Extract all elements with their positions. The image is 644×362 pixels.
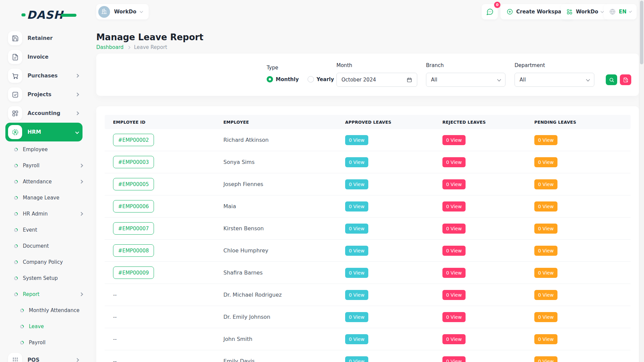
pending-leaves-badge[interactable]: 0 View	[534, 356, 557, 362]
workdo-menu-button[interactable]: WorkDo	[561, 4, 609, 19]
messages-count-badge: 0	[494, 2, 500, 8]
sidebar-item-payroll[interactable]: Payroll	[5, 335, 83, 351]
pending-leaves-badge[interactable]: 0 View	[534, 290, 557, 300]
sidebar-item-report[interactable]: Report	[5, 286, 83, 302]
employee-id-button[interactable]: #EMP00009	[113, 266, 154, 279]
rejected-leaves-badge[interactable]: 0 View	[442, 268, 466, 278]
branch-filter-group: Branch All	[426, 62, 505, 87]
sidebar-item-monthly-attendance[interactable]: Monthly Attendance	[5, 302, 83, 318]
department-select[interactable]: All	[515, 73, 594, 87]
sidebar-item-attendance[interactable]: Attendance	[5, 174, 83, 190]
department-value: All	[520, 77, 526, 83]
pending-leaves-badge[interactable]: 0 View	[534, 312, 557, 322]
breadcrumb-dashboard-link[interactable]: Dashboard	[96, 44, 123, 50]
employee-id-button[interactable]: #EMP00008	[113, 244, 154, 257]
approved-leaves-badge-cell: 0 View	[345, 157, 442, 167]
employee-id-cell: #EMP00008	[105, 244, 223, 257]
language-selector[interactable]: EN	[604, 4, 637, 19]
pending-leaves-badge[interactable]: 0 View	[534, 201, 557, 212]
bullet-icon	[14, 293, 18, 296]
pending-leaves-badge[interactable]: 0 View	[534, 224, 557, 234]
chevron-right-icon	[75, 93, 79, 96]
sidebar-item-hrm[interactable]: HRM	[5, 123, 83, 141]
sidebar-item-retainer[interactable]: Retainer	[5, 29, 83, 48]
pending-leaves-badge[interactable]: 0 View	[534, 268, 557, 278]
sidebar-item-document[interactable]: Document	[5, 238, 83, 254]
approved-leaves-badge[interactable]: 0 View	[345, 201, 368, 212]
search-button[interactable]	[606, 74, 617, 85]
approved-leaves-badge[interactable]: 0 View	[345, 268, 368, 278]
sidebar-item-manage-leave[interactable]: Manage Leave	[5, 190, 83, 206]
employee-name: John Smith	[223, 336, 345, 342]
workspace-switcher[interactable]: WorkDo	[96, 4, 149, 19]
app-window: DASH RetainerInvoicePurchasesProjectsAcc…	[0, 0, 644, 362]
employee-name: Shafira Barnes	[223, 269, 345, 276]
month-input[interactable]: October 2024	[336, 73, 417, 87]
employee-id-button[interactable]: #EMP00003	[113, 156, 154, 168]
approved-leaves-badge[interactable]: 0 View	[345, 356, 368, 362]
radio-monthly[interactable]: Monthly	[267, 76, 299, 82]
logo-bar-accent	[61, 14, 76, 17]
rejected-leaves-badge[interactable]: 0 View	[442, 201, 466, 212]
pending-leaves-badge[interactable]: 0 View	[534, 246, 557, 256]
rejected-leaves-badge[interactable]: 0 View	[442, 290, 466, 300]
approved-leaves-badge[interactable]: 0 View	[345, 312, 368, 322]
rejected-leaves-badge[interactable]: 0 View	[442, 157, 466, 167]
messages-button[interactable]: 0	[482, 4, 498, 19]
employee-name: Richard Atkinson	[223, 137, 345, 143]
rejected-leaves-badge[interactable]: 0 View	[442, 312, 466, 322]
scrollbar-thumb[interactable]	[640, 1, 643, 64]
sidebar-item-payroll[interactable]: Payroll	[5, 158, 83, 174]
pending-leaves-badge[interactable]: 0 View	[534, 135, 557, 145]
rejected-leaves-badge[interactable]: 0 View	[442, 224, 466, 234]
rejected-leaves-badge[interactable]: 0 View	[442, 179, 466, 189]
globe-icon	[609, 8, 616, 15]
sidebar-item-purchases[interactable]: Purchases	[5, 66, 83, 85]
reset-filter-button[interactable]	[620, 74, 631, 85]
branch-label: Branch	[426, 62, 505, 68]
sidebar-item-accounting[interactable]: Accounting	[5, 104, 83, 123]
table-header-row: EMPLOYEE ID EMPLOYEE APPROVED LEAVES REJ…	[105, 115, 631, 129]
sidebar-item-event[interactable]: Event	[5, 222, 83, 238]
sidebar-item-projects[interactable]: Projects	[5, 85, 83, 104]
approved-leaves-badge[interactable]: 0 View	[345, 290, 368, 300]
employee-id-button[interactable]: #EMP00006	[113, 200, 154, 213]
app-logo[interactable]: DASH	[21, 7, 88, 22]
page-scrollbar[interactable]	[639, 0, 644, 362]
sidebar-menu: RetainerInvoicePurchasesProjectsAccounti…	[5, 29, 88, 362]
branch-select[interactable]: All	[426, 73, 505, 87]
radio-yearly[interactable]: Yearly	[308, 76, 334, 82]
chevron-right-icon	[79, 164, 83, 167]
rejected-leaves-badge[interactable]: 0 View	[442, 334, 466, 344]
sidebar-item-employee[interactable]: Employee	[5, 141, 83, 158]
pending-leaves-badge[interactable]: 0 View	[534, 334, 557, 344]
approved-leaves-badge[interactable]: 0 View	[345, 334, 368, 344]
sidebar-item-label: Manage Leave	[23, 195, 59, 201]
employee-id-button[interactable]: #EMP00007	[113, 222, 154, 235]
sidebar-item-hr-admin[interactable]: HR Admin	[5, 206, 83, 222]
month-filter-group: Month October 2024	[336, 62, 417, 87]
approved-leaves-badge[interactable]: 0 View	[345, 179, 368, 189]
sidebar-item-system-setup[interactable]: System Setup	[5, 270, 83, 286]
column-header-employee: EMPLOYEE	[223, 120, 345, 125]
approved-leaves-badge[interactable]: 0 View	[345, 224, 368, 234]
approved-leaves-badge[interactable]: 0 View	[345, 157, 368, 167]
employee-id-button[interactable]: #EMP00005	[113, 178, 154, 190]
sidebar-item-company-policy[interactable]: Company Policy	[5, 254, 83, 270]
rejected-leaves-badge[interactable]: 0 View	[442, 135, 466, 145]
sidebar-item-leave[interactable]: Leave	[5, 318, 83, 335]
chevron-down-icon	[586, 77, 590, 81]
sidebar-item-invoice[interactable]: Invoice	[5, 48, 83, 66]
approved-leaves-badge[interactable]: 0 View	[345, 246, 368, 256]
pending-leaves-badge[interactable]: 0 View	[534, 157, 557, 167]
pending-leaves-badge[interactable]: 0 View	[534, 179, 557, 189]
rejected-leaves-badge[interactable]: 0 View	[442, 356, 466, 362]
employee-id-button[interactable]: #EMP00002	[113, 134, 154, 146]
rejected-leaves-badge[interactable]: 0 View	[442, 246, 466, 256]
approved-leaves-badge[interactable]: 0 View	[345, 135, 368, 145]
employee-id-empty: --	[113, 358, 117, 362]
employee-id-empty: --	[113, 336, 117, 342]
pending-leaves-badge-cell: 0 View	[534, 246, 631, 256]
sidebar-item-pos[interactable]: POS	[5, 351, 83, 362]
month-value: October 2024	[341, 77, 376, 83]
